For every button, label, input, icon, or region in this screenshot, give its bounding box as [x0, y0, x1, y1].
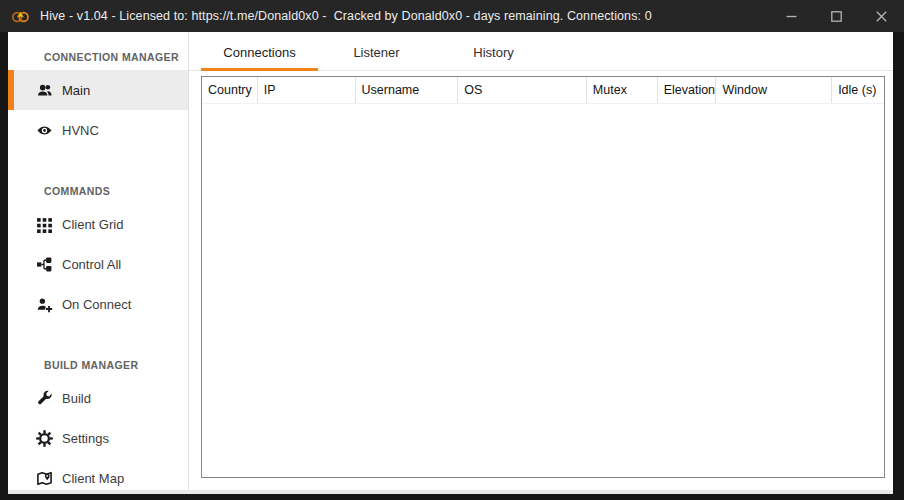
section-connection-manager: CONNECTION MANAGER — [8, 50, 188, 70]
eye-icon — [36, 122, 53, 139]
sidebar-item-label: Client Map — [62, 471, 124, 486]
hive-app-window: { "window": { "title": "Hive - v1.04 - L… — [0, 0, 904, 500]
sidebar-item-main[interactable]: Main — [8, 70, 188, 110]
sidebar-item-label: HVNC — [62, 123, 99, 138]
column-header-elevation[interactable]: Elevation — [658, 77, 717, 103]
maximize-button[interactable] — [814, 0, 859, 32]
sidebar-item-hvnc[interactable]: HVNC — [8, 110, 188, 150]
minimize-button[interactable] — [769, 0, 814, 32]
bottom-frame-strip — [8, 490, 893, 494]
sidebar-item-on-connect[interactable]: On Connect — [8, 284, 188, 324]
column-header-ip[interactable]: IP — [258, 77, 356, 103]
sidebar-item-control-all[interactable]: Control All — [8, 244, 188, 284]
gear-icon — [36, 430, 53, 447]
sidebar-item-label: Client Grid — [62, 217, 123, 232]
window-controls — [769, 0, 904, 32]
section-build-manager: BUILD MANAGER — [8, 358, 188, 378]
close-icon — [876, 11, 887, 22]
users-icon — [36, 82, 53, 99]
sidebar-item-label: Control All — [62, 257, 121, 272]
maximize-icon — [831, 11, 842, 22]
column-header-idle[interactable]: Idle (s) — [832, 77, 884, 103]
section-commands: COMMANDS — [8, 184, 188, 204]
tab-connections[interactable]: Connections — [201, 45, 318, 71]
column-header-username[interactable]: Username — [356, 77, 459, 103]
column-header-os[interactable]: OS — [458, 77, 587, 103]
sidebar-item-label: Main — [62, 83, 90, 98]
titlebar: Hive - v1.04 - Licensed to: https://t.me… — [0, 0, 904, 32]
main-content: Connections Listener History Country IP … — [189, 32, 893, 490]
sidebar: CONNECTION MANAGER Main HVNC COMMANDS — [8, 32, 189, 490]
grid-icon — [36, 216, 53, 233]
column-header-mutex[interactable]: Mutex — [587, 77, 658, 103]
tab-listener[interactable]: Listener — [318, 45, 435, 71]
connections-table: Country IP Username OS Mutex Elevation W… — [201, 76, 885, 478]
map-pin-icon — [36, 470, 53, 487]
wrench-icon — [36, 390, 53, 407]
connections-table-header: Country IP Username OS Mutex Elevation W… — [202, 77, 884, 104]
hierarchy-icon — [36, 256, 53, 273]
window-title: Hive - v1.04 - Licensed to: https://t.me… — [40, 9, 652, 23]
sidebar-item-label: Settings — [62, 431, 109, 446]
column-header-window[interactable]: Window — [716, 77, 832, 103]
sidebar-item-label: On Connect — [62, 297, 131, 312]
column-header-country[interactable]: Country — [202, 77, 258, 103]
tabbar: Connections Listener History — [189, 45, 893, 71]
tab-history[interactable]: History — [435, 45, 552, 71]
minimize-icon — [786, 11, 797, 22]
sidebar-item-settings[interactable]: Settings — [8, 418, 188, 458]
connections-table-body — [202, 104, 884, 477]
sidebar-item-label: Build — [62, 391, 91, 406]
sidebar-item-client-grid[interactable]: Client Grid — [8, 204, 188, 244]
sidebar-item-build[interactable]: Build — [8, 378, 188, 418]
user-plus-icon — [36, 296, 53, 313]
close-button[interactable] — [859, 0, 904, 32]
hive-logo-icon — [11, 8, 30, 24]
